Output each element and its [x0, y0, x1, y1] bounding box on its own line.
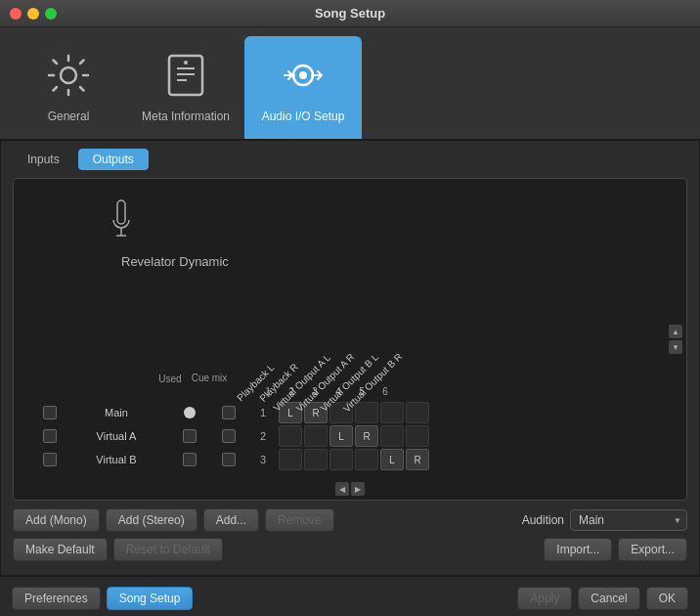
tab-audio[interactable]: Audio I/O Setup — [244, 36, 362, 139]
table-row: Virtual A 2 L R — [43, 424, 667, 448]
col-header-1: Playback L — [256, 306, 280, 384]
add-stereo-button[interactable]: Add (Stereo) — [106, 508, 197, 532]
tab-general-label: General — [48, 110, 90, 123]
window-title: Song Setup — [315, 6, 385, 21]
apply-button[interactable]: Apply — [517, 587, 572, 610]
sub-tab-outputs[interactable]: Outputs — [78, 149, 149, 170]
sub-tab-bar: Inputs Outputs — [13, 149, 687, 170]
button-row-2: Make Default Reset to Default Import... … — [13, 538, 687, 561]
gear-icon — [46, 53, 91, 104]
row1-cell-4[interactable] — [355, 402, 378, 423]
song-setup-button[interactable]: Song Setup — [107, 587, 194, 610]
row2-num: 2 — [248, 430, 278, 442]
tab-meta[interactable]: Meta Information — [127, 36, 244, 139]
svg-rect-8 — [117, 200, 125, 224]
tab-meta-label: Meta Information — [142, 110, 230, 123]
info-icon — [163, 53, 208, 104]
traffic-lights — [10, 8, 57, 20]
row3-cell-2[interactable] — [304, 449, 328, 470]
audition-select[interactable]: Main Virtual A Virtual B — [570, 509, 687, 531]
row3-cell-6[interactable]: R — [406, 449, 429, 470]
cue-mix-header-label: Cue mix — [190, 373, 229, 384]
row2-used-checkbox[interactable] — [183, 429, 197, 443]
audition-label: Audition — [522, 513, 564, 527]
device-name: Revelator Dynamic — [121, 254, 229, 269]
tab-bar: General Meta Information Audio — [0, 27, 700, 140]
import-button[interactable]: Import... — [544, 538, 612, 561]
row2-name: Virtual A — [63, 430, 170, 442]
scroll-right-arrow[interactable]: ▶ — [351, 482, 365, 496]
svg-point-5 — [184, 61, 188, 65]
row3-used-checkbox[interactable] — [183, 453, 197, 466]
scroll-down-arrow[interactable]: ▼ — [669, 340, 682, 354]
row1-used-indicator — [184, 407, 196, 418]
remove-button[interactable]: Remove — [265, 508, 334, 532]
row1-select-checkbox[interactable] — [43, 406, 57, 419]
close-button[interactable] — [10, 8, 22, 20]
microphone-icon — [111, 198, 131, 250]
row2-cell-2[interactable] — [304, 425, 328, 447]
add-mono-button[interactable]: Add (Mono) — [13, 508, 100, 532]
reset-to-default-button[interactable]: Reset to Default — [113, 538, 223, 561]
table-row: Virtual B 3 L R — [43, 448, 667, 471]
row1-cell-5[interactable] — [380, 402, 404, 423]
title-bar: Song Setup — [0, 0, 700, 27]
tab-general[interactable]: General — [10, 36, 127, 139]
ok-button[interactable]: OK — [646, 587, 688, 610]
export-button[interactable]: Export... — [618, 538, 687, 561]
main-panel: Revelator Dynamic Used Cue mix Playback … — [13, 178, 687, 501]
row3-cell-3[interactable] — [329, 449, 353, 470]
footer: Preferences Song Setup Apply Cancel OK — [0, 576, 700, 616]
col-header-6: Virtual Output B R — [373, 306, 397, 384]
row3-cell-5[interactable]: L — [380, 449, 404, 470]
cancel-button[interactable]: Cancel — [578, 587, 639, 610]
minimize-button[interactable] — [27, 8, 39, 20]
col-header-4: Virtual Output A R — [327, 306, 350, 384]
audition-select-wrapper: Main Virtual A Virtual B — [570, 509, 687, 531]
content-area: Inputs Outputs Revelator Dynamic Used — [0, 140, 700, 576]
row2-cell-1[interactable] — [279, 425, 302, 447]
row3-cell-1[interactable] — [279, 449, 302, 470]
row2-cell-5[interactable] — [380, 425, 404, 447]
preferences-button[interactable]: Preferences — [12, 587, 101, 610]
col-header-3: Virtual Output A L — [303, 306, 327, 384]
row2-select-checkbox[interactable] — [43, 429, 57, 443]
row2-cell-6[interactable] — [406, 425, 429, 447]
bottom-controls: Add (Mono) Add (Stereo) Add... Remove Au… — [13, 501, 687, 561]
row1-cue-checkbox[interactable] — [222, 406, 236, 419]
row3-name: Virtual B — [63, 454, 170, 465]
col-num-6: 6 — [373, 384, 397, 399]
col-header-2: Playback R — [280, 306, 303, 384]
tab-audio-label: Audio I/O Setup — [262, 110, 345, 123]
used-header-label: Used — [151, 374, 190, 384]
scroll-left-arrow[interactable]: ◀ — [335, 482, 349, 496]
row2-cell-3[interactable]: L — [329, 425, 353, 447]
row3-cue-checkbox[interactable] — [222, 453, 236, 466]
row2-cell-4[interactable]: R — [355, 425, 378, 447]
row3-cell-4[interactable] — [355, 449, 378, 470]
audio-io-icon — [279, 53, 328, 104]
scroll-up-arrow[interactable]: ▲ — [669, 325, 682, 338]
make-default-button[interactable]: Make Default — [13, 538, 108, 561]
row2-cue-checkbox[interactable] — [222, 429, 236, 443]
svg-point-0 — [61, 67, 76, 83]
row3-select-checkbox[interactable] — [43, 453, 57, 466]
sub-tab-inputs[interactable]: Inputs — [13, 149, 74, 170]
col-header-5: Virtual Output B L — [350, 306, 373, 384]
add-dots-button[interactable]: Add... — [203, 508, 259, 532]
row3-num: 3 — [248, 454, 278, 465]
row1-cell-6[interactable] — [406, 402, 429, 423]
maximize-button[interactable] — [45, 8, 57, 20]
button-row-1: Add (Mono) Add (Stereo) Add... Remove Au… — [13, 508, 687, 532]
svg-point-7 — [299, 71, 307, 79]
row1-name: Main — [63, 407, 170, 418]
